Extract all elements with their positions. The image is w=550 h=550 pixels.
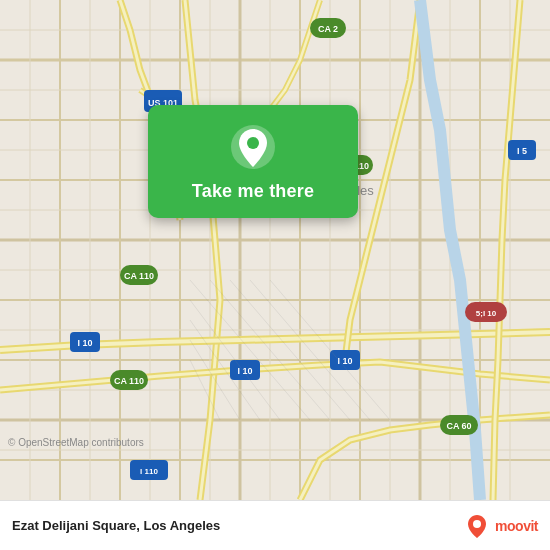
svg-text:I 10: I 10 (77, 338, 92, 348)
svg-text:I 5: I 5 (517, 146, 527, 156)
moovit-logo[interactable]: moovit (463, 512, 538, 540)
svg-point-70 (247, 137, 259, 149)
moovit-pin-icon (463, 512, 491, 540)
map-attribution: © OpenStreetMap contributors (8, 437, 144, 448)
svg-text:I 110: I 110 (140, 467, 158, 476)
location-pin-icon (229, 123, 277, 171)
svg-text:I 10: I 10 (237, 366, 252, 376)
svg-text:5;I 10: 5;I 10 (476, 309, 497, 318)
svg-point-71 (473, 520, 481, 528)
location-name: Ezat Delijani Square, Los Angeles (12, 518, 220, 533)
map-container: US 101 CA 110 CA 110 I 10 CA 110 I 10 I … (0, 0, 550, 500)
svg-text:CA 2: CA 2 (318, 24, 338, 34)
cta-button-label: Take me there (192, 181, 314, 202)
svg-text:CA 60: CA 60 (446, 421, 471, 431)
map-svg: US 101 CA 110 CA 110 I 10 CA 110 I 10 I … (0, 0, 550, 500)
moovit-brand-text: moovit (495, 518, 538, 534)
location-info: Ezat Delijani Square, Los Angeles (12, 518, 220, 533)
svg-text:CA 110: CA 110 (114, 376, 144, 386)
bottom-bar: Ezat Delijani Square, Los Angeles moovit (0, 500, 550, 550)
cta-card[interactable]: Take me there (148, 105, 358, 218)
svg-text:CA 110: CA 110 (124, 271, 154, 281)
